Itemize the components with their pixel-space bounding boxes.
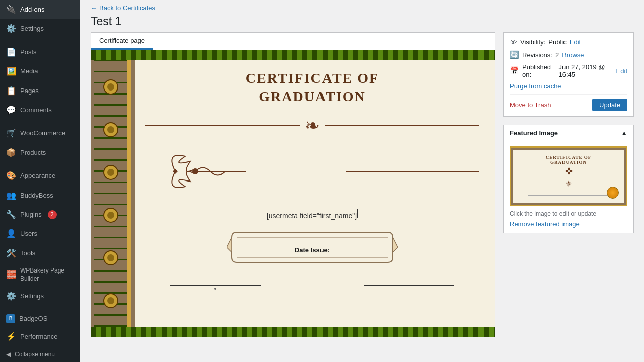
sidebar-label-performance: Performance: [20, 332, 57, 341]
sidebar-label-products: Products: [20, 148, 46, 157]
featured-image-caption: Click the image to edit or update: [510, 210, 627, 217]
visibility-label: Visibility:: [520, 38, 545, 46]
performance-icon: ⚡: [6, 331, 16, 342]
sidebar-label-woocommerce: WooCommerce: [20, 129, 65, 138]
svg-marker-1: [173, 169, 178, 174]
users-icon: 👤: [6, 228, 16, 239]
sidebar-label-pages: Pages: [20, 86, 39, 96]
featured-image-collapse-icon: ▲: [621, 129, 627, 137]
visibility-row: 👁 Visibility: Public Edit: [510, 38, 627, 46]
sidebar: 🔌 Add-ons ⚙️ Settings 📄 Posts 🖼️ Media 📋…: [0, 0, 80, 362]
buddyboss-icon: 👥: [6, 190, 16, 201]
sidebar-label-posts: Posts: [20, 48, 37, 57]
page-title: Test 1: [91, 15, 634, 28]
featured-image-header[interactable]: Featured Image ▲: [504, 125, 633, 141]
back-arrow: ←: [91, 4, 97, 12]
addons-icon: 🔌: [6, 4, 16, 15]
featured-image-inner: Certificate of Graduation ✤ ⚜: [511, 148, 626, 205]
sidebar-label-wpbakery: WPBakery Page Builder: [20, 267, 74, 283]
visibility-value: Public: [548, 38, 566, 46]
featured-image-box: Featured Image ▲ Certificate of Graduati…: [503, 125, 634, 233]
sidebar-label-media: Media: [20, 67, 38, 76]
revisions-label: Revisions:: [522, 51, 552, 59]
publish-box-body: 👁 Visibility: Public Edit 🔄 Revisions: 2…: [504, 33, 633, 116]
published-value: Jun 27, 2019 @ 16:45: [558, 63, 613, 78]
featured-image-thumbnail[interactable]: Certificate of Graduation ✤ ⚜: [510, 146, 627, 206]
back-link[interactable]: ← Back to Certificates: [91, 4, 155, 12]
collapse-icon: ◀: [6, 350, 11, 359]
plugins-icon: 🔧: [6, 209, 16, 220]
featured-image-body: Certificate of Graduation ✤ ⚜: [504, 141, 633, 233]
sidebar-label-settings-top: Settings: [20, 24, 44, 33]
published-icon: 📅: [510, 66, 519, 75]
sidebar-label-buddyboss: BuddyBoss: [20, 191, 53, 200]
media-icon: 🖼️: [6, 66, 16, 77]
back-link-text: Back to Certificates: [99, 4, 155, 12]
sidebar-item-comments[interactable]: 💬 Comments: [0, 101, 80, 120]
sidebar-item-media[interactable]: 🖼️ Media: [0, 62, 80, 81]
remove-featured-image-link[interactable]: Remove featured image: [510, 220, 580, 228]
date-issue-label: Date Issue:: [295, 246, 330, 254]
sidebar-label-appearance: Appearance: [20, 171, 55, 180]
collapse-menu-button[interactable]: ◀ Collapse menu: [0, 346, 80, 362]
cert-title-line2: Graduation: [259, 88, 365, 105]
badgeos-icon: B: [6, 314, 15, 323]
sidebar-item-addons[interactable]: 🔌 Add-ons: [0, 0, 80, 19]
page-header: ← Back to Certificates Test 1: [80, 0, 644, 32]
sidebar-label-plugins: Plugins: [20, 210, 42, 219]
sidebar-label-addons: Add-ons: [20, 5, 44, 14]
published-row: 📅 Published on: Jun 27, 2019 @ 16:45 Edi…: [510, 63, 627, 78]
sidebar-item-settings-bottom[interactable]: ⚙️ Settings: [0, 287, 80, 306]
wpbakery-icon: 🧱: [6, 269, 16, 280]
sidebar-item-products[interactable]: 📦 Products: [0, 143, 80, 162]
tools-icon: 🛠️: [6, 248, 16, 259]
editor-column: Certificate page: [91, 32, 495, 352]
certificate-canvas[interactable]: Certificate of Graduation ❧: [91, 50, 495, 337]
content-area: Certificate page: [80, 32, 644, 362]
sidebar-item-posts[interactable]: 📄 Posts: [0, 43, 80, 62]
publish-actions: Move to Trash Update: [510, 94, 627, 111]
cursor-area[interactable]: [usermeta field="first_name"]: [267, 212, 358, 220]
published-label: Published on:: [522, 63, 555, 78]
sidebar-label-comments: Comments: [20, 106, 52, 115]
plugins-badge: 2: [48, 210, 57, 219]
revisions-count: 2: [555, 51, 559, 59]
collapse-label: Collapse menu: [15, 350, 55, 359]
sidebar-item-settings-top[interactable]: ⚙️ Settings: [0, 19, 80, 38]
publish-box: 👁 Visibility: Public Edit 🔄 Revisions: 2…: [503, 32, 634, 117]
visibility-edit-link[interactable]: Edit: [570, 38, 581, 46]
publish-sidebar: 👁 Visibility: Public Edit 🔄 Revisions: 2…: [503, 32, 634, 352]
settings-top-icon: ⚙️: [6, 23, 16, 34]
visibility-icon: 👁: [510, 38, 517, 46]
sidebar-item-pages[interactable]: 📋 Pages: [0, 81, 80, 101]
usermeta-shortcode: [usermeta field="first_name"]: [267, 212, 357, 220]
revisions-icon: 🔄: [510, 50, 519, 59]
tab-certificate-page[interactable]: Certificate page: [91, 33, 153, 50]
main-content: ← Back to Certificates Test 1 Certificat…: [80, 0, 644, 362]
sidebar-item-badgeos[interactable]: B BadgeOS: [0, 310, 80, 327]
sidebar-label-users: Users: [20, 229, 37, 238]
sidebar-item-tools[interactable]: 🛠️ Tools: [0, 244, 80, 263]
featured-image-seal: [607, 187, 619, 199]
revisions-row: 🔄 Revisions: 2 Browse: [510, 50, 627, 59]
sidebar-label-tools: Tools: [20, 249, 35, 258]
pages-icon: 📋: [6, 85, 16, 97]
settings-bottom-icon: ⚙️: [6, 291, 16, 302]
purge-cache-link[interactable]: Purge from cache: [510, 82, 627, 90]
sidebar-item-wpbakery[interactable]: 🧱 WPBakery Page Builder: [0, 263, 80, 287]
sidebar-item-plugins[interactable]: 🔧 Plugins 2: [0, 205, 80, 224]
sidebar-item-woocommerce[interactable]: 🛒 WooCommerce: [0, 124, 80, 143]
cert-title-line1: Certificate of: [246, 70, 379, 86]
appearance-icon: 🎨: [6, 170, 16, 182]
sidebar-item-users[interactable]: 👤 Users: [0, 224, 80, 243]
sidebar-item-appearance[interactable]: 🎨 Appearance: [0, 166, 80, 186]
move-to-trash-link[interactable]: Move to Trash: [510, 101, 551, 109]
sidebar-item-performance[interactable]: ⚡ Performance: [0, 327, 80, 346]
published-edit-link[interactable]: Edit: [616, 67, 627, 75]
woocommerce-icon: 🛒: [6, 128, 16, 139]
sidebar-label-settings-bottom: Settings: [20, 292, 44, 301]
sidebar-label-badgeos: BadgeOS: [19, 314, 47, 323]
sidebar-item-buddyboss[interactable]: 👥 BuddyBoss: [0, 186, 80, 205]
update-button[interactable]: Update: [592, 99, 627, 111]
revisions-browse-link[interactable]: Browse: [562, 51, 584, 59]
